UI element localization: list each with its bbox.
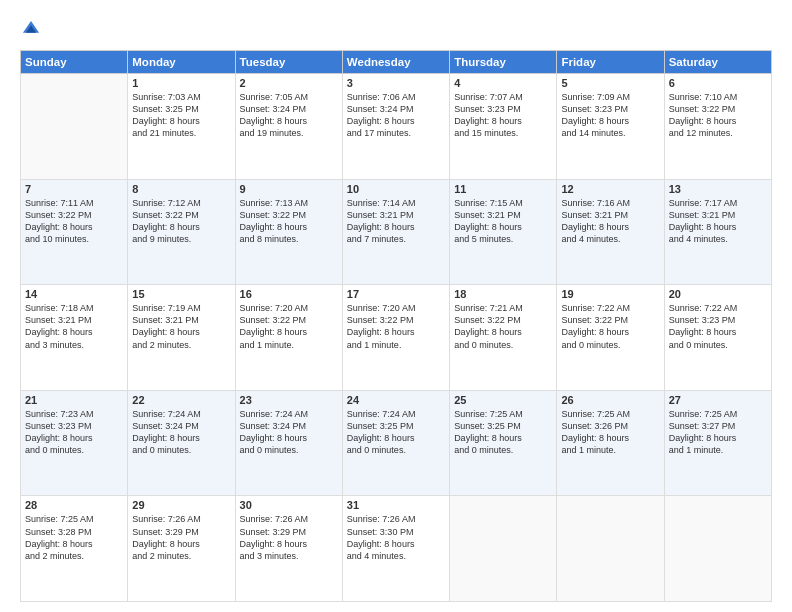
day-number: 22 xyxy=(132,394,230,406)
day-number: 11 xyxy=(454,183,552,195)
day-number: 31 xyxy=(347,499,445,511)
weekday-header-thursday: Thursday xyxy=(450,51,557,74)
logo xyxy=(20,18,44,40)
day-number: 27 xyxy=(669,394,767,406)
day-number: 15 xyxy=(132,288,230,300)
cell-info: Sunrise: 7:26 AMSunset: 3:29 PMDaylight:… xyxy=(240,513,338,562)
calendar-cell: 3Sunrise: 7:06 AMSunset: 3:24 PMDaylight… xyxy=(342,74,449,180)
cell-info: Sunrise: 7:18 AMSunset: 3:21 PMDaylight:… xyxy=(25,302,123,351)
day-number: 24 xyxy=(347,394,445,406)
calendar-cell: 4Sunrise: 7:07 AMSunset: 3:23 PMDaylight… xyxy=(450,74,557,180)
day-number: 17 xyxy=(347,288,445,300)
weekday-header-saturday: Saturday xyxy=(664,51,771,74)
cell-info: Sunrise: 7:25 AMSunset: 3:26 PMDaylight:… xyxy=(561,408,659,457)
calendar-cell: 8Sunrise: 7:12 AMSunset: 3:22 PMDaylight… xyxy=(128,179,235,285)
day-number: 26 xyxy=(561,394,659,406)
cell-info: Sunrise: 7:25 AMSunset: 3:28 PMDaylight:… xyxy=(25,513,123,562)
calendar-cell: 9Sunrise: 7:13 AMSunset: 3:22 PMDaylight… xyxy=(235,179,342,285)
weekday-header-wednesday: Wednesday xyxy=(342,51,449,74)
day-number: 4 xyxy=(454,77,552,89)
cell-info: Sunrise: 7:24 AMSunset: 3:24 PMDaylight:… xyxy=(132,408,230,457)
cell-info: Sunrise: 7:20 AMSunset: 3:22 PMDaylight:… xyxy=(347,302,445,351)
calendar-cell xyxy=(450,496,557,602)
calendar-cell: 27Sunrise: 7:25 AMSunset: 3:27 PMDayligh… xyxy=(664,390,771,496)
calendar-row-3: 21Sunrise: 7:23 AMSunset: 3:23 PMDayligh… xyxy=(21,390,772,496)
calendar-table: SundayMondayTuesdayWednesdayThursdayFrid… xyxy=(20,50,772,602)
calendar-cell: 18Sunrise: 7:21 AMSunset: 3:22 PMDayligh… xyxy=(450,285,557,391)
cell-info: Sunrise: 7:12 AMSunset: 3:22 PMDaylight:… xyxy=(132,197,230,246)
cell-info: Sunrise: 7:22 AMSunset: 3:22 PMDaylight:… xyxy=(561,302,659,351)
cell-info: Sunrise: 7:16 AMSunset: 3:21 PMDaylight:… xyxy=(561,197,659,246)
cell-info: Sunrise: 7:10 AMSunset: 3:22 PMDaylight:… xyxy=(669,91,767,140)
cell-info: Sunrise: 7:17 AMSunset: 3:21 PMDaylight:… xyxy=(669,197,767,246)
calendar-cell: 22Sunrise: 7:24 AMSunset: 3:24 PMDayligh… xyxy=(128,390,235,496)
calendar-row-4: 28Sunrise: 7:25 AMSunset: 3:28 PMDayligh… xyxy=(21,496,772,602)
day-number: 8 xyxy=(132,183,230,195)
day-number: 29 xyxy=(132,499,230,511)
calendar-cell: 7Sunrise: 7:11 AMSunset: 3:22 PMDaylight… xyxy=(21,179,128,285)
calendar-cell: 14Sunrise: 7:18 AMSunset: 3:21 PMDayligh… xyxy=(21,285,128,391)
calendar-cell: 17Sunrise: 7:20 AMSunset: 3:22 PMDayligh… xyxy=(342,285,449,391)
cell-info: Sunrise: 7:07 AMSunset: 3:23 PMDaylight:… xyxy=(454,91,552,140)
logo-icon xyxy=(20,18,42,40)
day-number: 6 xyxy=(669,77,767,89)
cell-info: Sunrise: 7:20 AMSunset: 3:22 PMDaylight:… xyxy=(240,302,338,351)
day-number: 12 xyxy=(561,183,659,195)
calendar-row-1: 7Sunrise: 7:11 AMSunset: 3:22 PMDaylight… xyxy=(21,179,772,285)
calendar-row-2: 14Sunrise: 7:18 AMSunset: 3:21 PMDayligh… xyxy=(21,285,772,391)
day-number: 14 xyxy=(25,288,123,300)
cell-info: Sunrise: 7:25 AMSunset: 3:27 PMDaylight:… xyxy=(669,408,767,457)
calendar-cell: 26Sunrise: 7:25 AMSunset: 3:26 PMDayligh… xyxy=(557,390,664,496)
calendar-cell: 24Sunrise: 7:24 AMSunset: 3:25 PMDayligh… xyxy=(342,390,449,496)
day-number: 18 xyxy=(454,288,552,300)
day-number: 1 xyxy=(132,77,230,89)
calendar-cell: 31Sunrise: 7:26 AMSunset: 3:30 PMDayligh… xyxy=(342,496,449,602)
calendar-cell: 6Sunrise: 7:10 AMSunset: 3:22 PMDaylight… xyxy=(664,74,771,180)
cell-info: Sunrise: 7:22 AMSunset: 3:23 PMDaylight:… xyxy=(669,302,767,351)
calendar-cell: 19Sunrise: 7:22 AMSunset: 3:22 PMDayligh… xyxy=(557,285,664,391)
day-number: 28 xyxy=(25,499,123,511)
day-number: 30 xyxy=(240,499,338,511)
cell-info: Sunrise: 7:11 AMSunset: 3:22 PMDaylight:… xyxy=(25,197,123,246)
cell-info: Sunrise: 7:21 AMSunset: 3:22 PMDaylight:… xyxy=(454,302,552,351)
cell-info: Sunrise: 7:24 AMSunset: 3:25 PMDaylight:… xyxy=(347,408,445,457)
calendar-cell: 11Sunrise: 7:15 AMSunset: 3:21 PMDayligh… xyxy=(450,179,557,285)
day-number: 19 xyxy=(561,288,659,300)
day-number: 5 xyxy=(561,77,659,89)
calendar-cell: 20Sunrise: 7:22 AMSunset: 3:23 PMDayligh… xyxy=(664,285,771,391)
day-number: 25 xyxy=(454,394,552,406)
cell-info: Sunrise: 7:26 AMSunset: 3:29 PMDaylight:… xyxy=(132,513,230,562)
cell-info: Sunrise: 7:15 AMSunset: 3:21 PMDaylight:… xyxy=(454,197,552,246)
weekday-header-friday: Friday xyxy=(557,51,664,74)
cell-info: Sunrise: 7:19 AMSunset: 3:21 PMDaylight:… xyxy=(132,302,230,351)
weekday-header-sunday: Sunday xyxy=(21,51,128,74)
calendar-cell: 5Sunrise: 7:09 AMSunset: 3:23 PMDaylight… xyxy=(557,74,664,180)
day-number: 2 xyxy=(240,77,338,89)
calendar-cell: 28Sunrise: 7:25 AMSunset: 3:28 PMDayligh… xyxy=(21,496,128,602)
cell-info: Sunrise: 7:26 AMSunset: 3:30 PMDaylight:… xyxy=(347,513,445,562)
calendar-cell: 1Sunrise: 7:03 AMSunset: 3:25 PMDaylight… xyxy=(128,74,235,180)
day-number: 20 xyxy=(669,288,767,300)
day-number: 23 xyxy=(240,394,338,406)
cell-info: Sunrise: 7:05 AMSunset: 3:24 PMDaylight:… xyxy=(240,91,338,140)
calendar-cell: 25Sunrise: 7:25 AMSunset: 3:25 PMDayligh… xyxy=(450,390,557,496)
day-number: 16 xyxy=(240,288,338,300)
calendar-cell: 15Sunrise: 7:19 AMSunset: 3:21 PMDayligh… xyxy=(128,285,235,391)
cell-info: Sunrise: 7:14 AMSunset: 3:21 PMDaylight:… xyxy=(347,197,445,246)
cell-info: Sunrise: 7:13 AMSunset: 3:22 PMDaylight:… xyxy=(240,197,338,246)
calendar-cell: 12Sunrise: 7:16 AMSunset: 3:21 PMDayligh… xyxy=(557,179,664,285)
page: SundayMondayTuesdayWednesdayThursdayFrid… xyxy=(0,0,792,612)
cell-info: Sunrise: 7:09 AMSunset: 3:23 PMDaylight:… xyxy=(561,91,659,140)
cell-info: Sunrise: 7:23 AMSunset: 3:23 PMDaylight:… xyxy=(25,408,123,457)
day-number: 3 xyxy=(347,77,445,89)
calendar-row-0: 1Sunrise: 7:03 AMSunset: 3:25 PMDaylight… xyxy=(21,74,772,180)
cell-info: Sunrise: 7:24 AMSunset: 3:24 PMDaylight:… xyxy=(240,408,338,457)
calendar-cell: 29Sunrise: 7:26 AMSunset: 3:29 PMDayligh… xyxy=(128,496,235,602)
calendar-cell: 30Sunrise: 7:26 AMSunset: 3:29 PMDayligh… xyxy=(235,496,342,602)
calendar-cell: 13Sunrise: 7:17 AMSunset: 3:21 PMDayligh… xyxy=(664,179,771,285)
day-number: 10 xyxy=(347,183,445,195)
header xyxy=(20,18,772,40)
calendar-cell: 2Sunrise: 7:05 AMSunset: 3:24 PMDaylight… xyxy=(235,74,342,180)
calendar-cell xyxy=(557,496,664,602)
weekday-header-monday: Monday xyxy=(128,51,235,74)
